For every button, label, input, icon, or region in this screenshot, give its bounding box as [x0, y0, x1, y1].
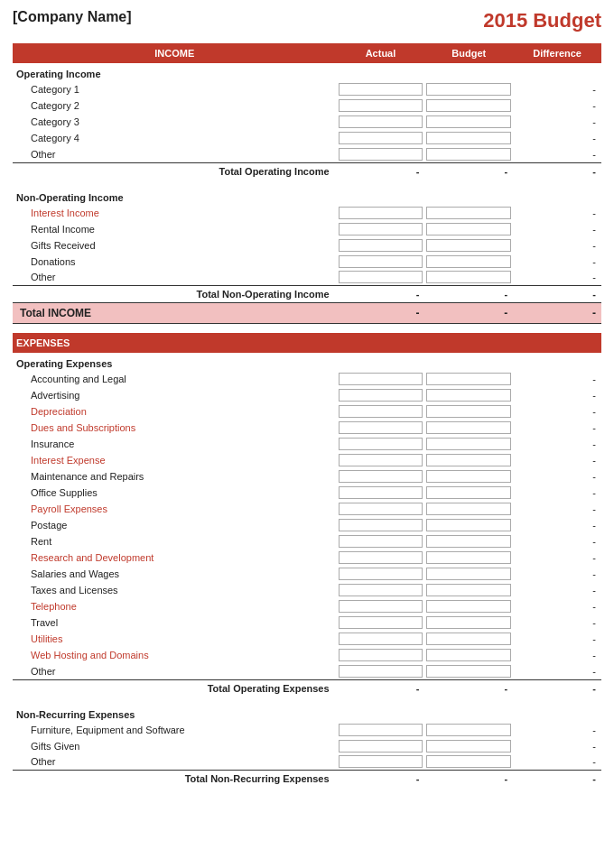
utilities-budget[interactable]	[424, 631, 513, 647]
advertising-actual[interactable]	[337, 387, 425, 403]
salaries-wages-actual[interactable]	[337, 566, 425, 582]
telephone-budget[interactable]	[424, 598, 513, 614]
travel-row: Travel -	[13, 614, 601, 631]
accounting-legal-label: Accounting and Legal	[13, 371, 337, 387]
total-nr-expenses-budget: -	[424, 771, 513, 788]
salaries-wages-budget[interactable]	[424, 566, 513, 582]
cat4-actual-input[interactable]	[337, 130, 425, 146]
rent-diff: -	[513, 533, 601, 549]
advertising-budget[interactable]	[424, 387, 513, 403]
telephone-actual[interactable]	[337, 598, 425, 614]
cat3-budget-input[interactable]	[424, 114, 513, 130]
dues-subscriptions-actual[interactable]	[337, 420, 425, 436]
maintenance-repairs-budget[interactable]	[424, 468, 513, 485]
postage-label: Postage	[13, 517, 337, 533]
payroll-expenses-budget[interactable]	[424, 501, 513, 517]
travel-diff: -	[513, 614, 601, 631]
grand-total-income-label: Total INCOME	[13, 303, 337, 324]
furniture-budget[interactable]	[424, 722, 513, 738]
postage-actual[interactable]	[337, 517, 425, 533]
web-hosting-actual[interactable]	[337, 647, 425, 663]
total-nr-expenses-diff: -	[513, 771, 601, 788]
gifts-received-budget[interactable]	[424, 237, 513, 254]
interest-expense-actual[interactable]	[337, 452, 425, 468]
depreciation-budget[interactable]	[424, 403, 513, 420]
operating-expenses-header: Operating Expenses	[13, 353, 601, 371]
insurance-budget[interactable]	[424, 436, 513, 452]
utilities-row: Utilities -	[13, 631, 601, 647]
non-op-other-actual[interactable]	[337, 270, 425, 286]
postage-diff: -	[513, 517, 601, 533]
non-op-other-budget[interactable]	[424, 270, 513, 286]
insurance-actual[interactable]	[337, 436, 425, 452]
interest-income-actual[interactable]	[337, 205, 425, 221]
income-other-budget-input[interactable]	[424, 146, 513, 162]
interest-expense-budget[interactable]	[424, 452, 513, 468]
cat4-budget-input[interactable]	[424, 130, 513, 146]
insurance-row: Insurance -	[13, 436, 601, 452]
research-development-actual[interactable]	[337, 549, 425, 566]
company-name: [Company Name]	[13, 9, 132, 25]
office-supplies-actual[interactable]	[337, 485, 425, 501]
donations-row: Donations -	[13, 254, 601, 270]
income-category-3: Category 3 -	[13, 114, 601, 130]
research-development-budget[interactable]	[424, 549, 513, 566]
accounting-legal-actual[interactable]	[337, 371, 425, 387]
total-operating-income-actual: -	[337, 162, 425, 180]
utilities-label: Utilities	[13, 631, 337, 647]
depreciation-actual[interactable]	[337, 403, 425, 420]
furniture-actual[interactable]	[337, 722, 425, 738]
op-other-row: Other -	[13, 663, 601, 679]
operating-income-header: Operating Income	[13, 63, 601, 81]
cat1-actual-input[interactable]	[337, 81, 425, 97]
taxes-licenses-budget[interactable]	[424, 582, 513, 598]
accounting-legal-row: Accounting and Legal -	[13, 371, 601, 387]
interest-income-budget[interactable]	[424, 205, 513, 221]
nr-other-actual[interactable]	[337, 754, 425, 771]
op-other-actual[interactable]	[337, 663, 425, 679]
salaries-wages-row: Salaries and Wages -	[13, 566, 601, 582]
income-category-2: Category 2 -	[13, 97, 601, 114]
depreciation-row: Depreciation -	[13, 403, 601, 420]
cat1-label: Category 1	[13, 81, 337, 97]
insurance-diff: -	[513, 436, 601, 452]
donations-actual[interactable]	[337, 254, 425, 270]
gifts-given-row: Gifts Given -	[13, 738, 601, 754]
rental-income-budget[interactable]	[424, 221, 513, 237]
accounting-legal-budget[interactable]	[424, 371, 513, 387]
payroll-expenses-actual[interactable]	[337, 501, 425, 517]
op-other-budget[interactable]	[424, 663, 513, 679]
advertising-diff: -	[513, 387, 601, 403]
donations-budget[interactable]	[424, 254, 513, 270]
rental-income-actual[interactable]	[337, 221, 425, 237]
postage-budget[interactable]	[424, 517, 513, 533]
payroll-expenses-label: Payroll Expenses	[13, 501, 337, 517]
cat2-actual-input[interactable]	[337, 97, 425, 114]
rent-budget[interactable]	[424, 533, 513, 549]
telephone-row: Telephone -	[13, 598, 601, 614]
furniture-label: Furniture, Equipment and Software	[13, 722, 337, 738]
travel-actual[interactable]	[337, 614, 425, 631]
dues-subscriptions-budget[interactable]	[424, 420, 513, 436]
office-supplies-label: Office Supplies	[13, 485, 337, 501]
travel-budget[interactable]	[424, 614, 513, 631]
office-supplies-budget[interactable]	[424, 485, 513, 501]
total-non-op-income-budget: -	[424, 286, 513, 303]
web-hosting-budget[interactable]	[424, 647, 513, 663]
maintenance-repairs-actual[interactable]	[337, 468, 425, 485]
income-other-actual-input[interactable]	[337, 146, 425, 162]
nr-other-budget[interactable]	[424, 754, 513, 771]
interest-expense-diff: -	[513, 452, 601, 468]
rent-actual[interactable]	[337, 533, 425, 549]
utilities-actual[interactable]	[337, 631, 425, 647]
non-operating-income-label: Non-Operating Income	[13, 187, 601, 205]
income-diff-header: Difference	[513, 43, 601, 63]
gifts-received-actual[interactable]	[337, 237, 425, 254]
taxes-licenses-actual[interactable]	[337, 582, 425, 598]
gifts-given-budget[interactable]	[424, 738, 513, 754]
cat1-budget-input[interactable]	[424, 81, 513, 97]
cat3-actual-input[interactable]	[337, 114, 425, 130]
non-recurring-expenses-header: Non-Recurring Expenses	[13, 704, 601, 722]
gifts-given-actual[interactable]	[337, 738, 425, 754]
cat2-budget-input[interactable]	[424, 97, 513, 114]
